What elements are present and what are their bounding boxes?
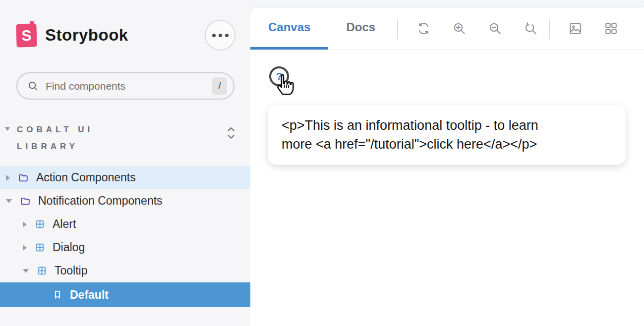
zoom-in-icon — [452, 21, 467, 36]
section-caret-down-icon[interactable] — [5, 127, 10, 131]
background-button[interactable] — [561, 7, 589, 50]
tab-docs[interactable]: Docs — [328, 7, 393, 50]
storybook-logo-icon: S — [16, 23, 37, 47]
sidebar: S Storybook / COBALT UI LIBRARY — [0, 0, 250, 326]
sync-icon — [416, 21, 431, 36]
preview-card: Canvas Docs — [250, 7, 644, 326]
remount-button[interactable] — [409, 7, 438, 50]
bookmark-icon — [53, 289, 62, 300]
zoom-in-button[interactable] — [445, 7, 473, 50]
hand-cursor-icon — [273, 73, 295, 99]
slash-shortcut-key: / — [212, 77, 227, 95]
folder-icon — [18, 172, 29, 183]
chevron-right-icon — [23, 221, 27, 227]
reset-zoom-icon — [524, 21, 538, 36]
toolbar-divider — [549, 18, 550, 40]
tab-canvas[interactable]: Canvas — [250, 7, 328, 50]
tree-item-label: Tooltip — [55, 264, 87, 277]
sidebar-item-notification-components[interactable]: Notification Components — [0, 189, 250, 213]
brand-title: Storybook — [45, 26, 128, 45]
tooltip-trigger[interactable]: ? — [269, 66, 299, 101]
section-title: COBALT UI LIBRARY — [17, 121, 151, 155]
tree-item-label: Dialog — [53, 241, 85, 254]
tree-item-label: Default — [70, 288, 109, 302]
search-box: / — [16, 72, 234, 100]
search-input[interactable] — [45, 80, 212, 93]
search-icon — [27, 80, 39, 92]
expand-collapse-all-button[interactable] — [225, 125, 237, 143]
ellipsis-icon — [212, 34, 216, 37]
preview-toolbar: Canvas Docs — [250, 7, 644, 50]
reset-zoom-button[interactable] — [516, 7, 545, 50]
zoom-out-button[interactable] — [480, 7, 509, 50]
menu-button[interactable] — [205, 20, 235, 51]
sidebar-item-default-story[interactable]: Default — [0, 282, 250, 307]
tooltip-code-line: <p>This is an informational tooltip - to… — [282, 116, 612, 135]
storybook-app: S Storybook / COBALT UI LIBRARY — [0, 0, 644, 326]
chevron-down-icon — [6, 199, 12, 203]
folder-icon — [20, 196, 31, 207]
sidebar-item-action-components[interactable]: Action Components — [0, 166, 250, 189]
rendered-tooltip: <p>This is an informational tooltip - to… — [268, 105, 626, 165]
component-icon — [35, 219, 45, 229]
chevron-down-icon — [23, 269, 29, 273]
sidebar-section-header: COBALT UI LIBRARY — [5, 121, 237, 155]
image-icon — [568, 21, 583, 36]
toolbar-divider — [397, 18, 398, 40]
component-icon — [35, 242, 45, 253]
zoom-out-icon — [488, 21, 502, 36]
tooltip-code-line: more <a href="/tutorial">click here</a><… — [282, 135, 612, 154]
sidebar-header: S Storybook — [16, 20, 235, 51]
chevron-right-icon — [23, 245, 27, 251]
tree-item-label: Alert — [53, 217, 76, 231]
tree-item-label: Action Components — [36, 171, 136, 184]
component-tree: Action Components Notification Component… — [0, 166, 250, 307]
logo-letter: S — [21, 28, 32, 43]
grid-button[interactable] — [596, 7, 625, 50]
preview-panel: Canvas Docs — [250, 0, 644, 326]
chevrons-up-down-icon — [225, 125, 237, 141]
sidebar-item-tooltip[interactable]: Tooltip — [0, 259, 250, 282]
sidebar-item-dialog[interactable]: Dialog — [0, 236, 250, 259]
chevron-right-icon — [6, 175, 10, 181]
grid-icon — [604, 21, 618, 36]
component-icon — [37, 266, 47, 276]
sidebar-item-alert[interactable]: Alert — [0, 213, 250, 236]
tree-item-label: Notification Components — [38, 194, 163, 208]
story-canvas: ? <p>This is an informational tooltip - … — [250, 50, 644, 326]
